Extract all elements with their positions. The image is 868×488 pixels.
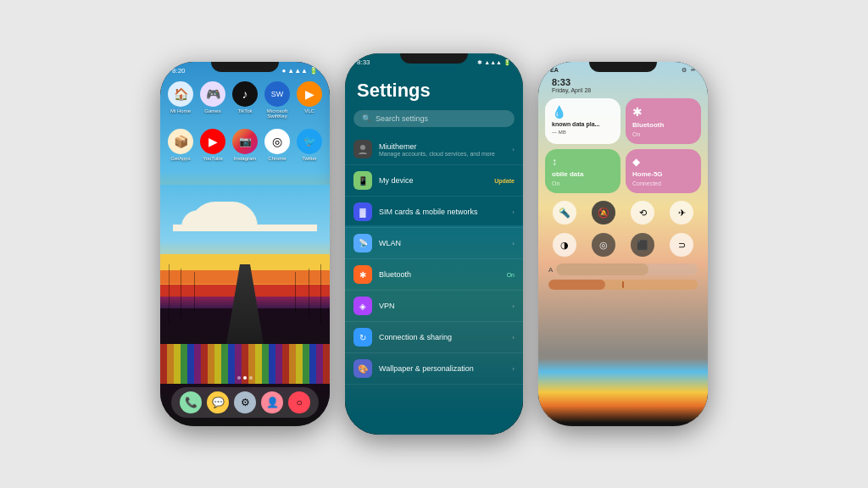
app-getapps[interactable]: 📦 GetApps <box>167 129 194 161</box>
app-youtube[interactable]: ▶ YouTube <box>199 129 226 161</box>
arrow-icon-vpn: › <box>512 302 515 310</box>
dock: 📞 💬 ⚙ 👤 ○ <box>171 387 319 418</box>
settings-item-sim[interactable]: ▓ SIM cards & mobile networks › <box>345 197 523 228</box>
cc-small-row1: 🔦 🔕 ⟲ ✈ <box>545 197 701 229</box>
tile-wifi-title: Home-5G <box>632 170 694 178</box>
time-phone1: 8:20 <box>172 67 186 75</box>
focus-btn[interactable]: ⊃ <box>670 233 693 257</box>
settings-item-bluetooth[interactable]: ✱ Bluetooth On <box>345 259 523 291</box>
connection-info: Connection & sharing <box>379 333 505 341</box>
dock-messages[interactable]: 💬 <box>207 391 229 413</box>
location-btn[interactable]: ◎ <box>592 233 615 257</box>
app-vlc[interactable]: ▶ VLC <box>296 81 323 119</box>
phone-2: 8:33 ✱ ▲▲▲ 🔋 Settings 🔍 Search settings <box>345 53 523 435</box>
dock-appvault[interactable]: ○ <box>288 391 310 413</box>
app-swiftkey[interactable]: SW Microsoft SwiftKey <box>264 81 291 119</box>
page-dots <box>237 376 253 380</box>
brightness-icon: A <box>548 266 553 274</box>
settings-list: Miuithemer Manage accounts, cloud servic… <box>345 134 523 385</box>
settings-screen: 8:33 ✱ ▲▲▲ 🔋 Settings 🔍 Search settings <box>345 53 523 435</box>
cc-status-bar: EA ⚙ ✏ <box>545 62 701 75</box>
control-center: EA ⚙ ✏ 8:33 Friday, April 28 💧 <box>538 62 708 426</box>
search-bar[interactable]: 🔍 Search settings <box>353 110 515 127</box>
dock-community[interactable]: 👤 <box>261 391 283 413</box>
tile-mobiledata-sub: On <box>552 180 614 186</box>
cc-volume-area <box>545 278 701 291</box>
app-grid-row1: 🏠 Mi Home 🎮 Games ♪ TikTok SW Microsoft … <box>160 76 330 124</box>
brightness-auto-btn[interactable]: ◑ <box>553 233 576 257</box>
cc-tile-bluetooth[interactable]: ✱ Bluetooth On <box>626 98 701 144</box>
sim-info: SIM cards & mobile networks <box>379 208 505 216</box>
cc-date: Friday, April 28 <box>552 87 694 93</box>
status-icons-phone2: ✱ ▲▲▲ 🔋 <box>477 59 511 66</box>
airplane-btn[interactable]: ✈ <box>670 201 693 225</box>
cc-time-area: 8:33 Friday, April 28 <box>545 75 701 95</box>
app-instagram[interactable]: 📷 Instagram <box>231 129 259 161</box>
update-badge: Update <box>494 178 515 184</box>
tile-wifi-sub: Connected <box>632 180 694 186</box>
mydevice-info: My device <box>379 176 487 185</box>
brightness-slider[interactable] <box>556 263 698 275</box>
dot-3 <box>249 376 253 380</box>
cc-top-icons: ⚙ ✏ <box>682 67 696 74</box>
cc-tile-grid: 💧 known data pla... — MB ✱ Bluetooth On … <box>545 95 701 197</box>
arrow-icon-sim: › <box>512 208 515 216</box>
arrow-icon-wlan: › <box>512 240 515 247</box>
time-phone2: 8:33 <box>357 58 370 66</box>
phone-1: 8:20 ● ▲▲▲ 🔋 🏠 Mi Home 🎮 Games ♪ <box>160 62 330 426</box>
app-twitter[interactable]: 🐦 Twitter <box>296 129 323 161</box>
settings-item-connection[interactable]: ↻ Connection & sharing › <box>345 322 523 353</box>
app-mihome[interactable]: 🏠 Mi Home <box>167 81 194 119</box>
search-placeholder: Search settings <box>376 114 428 123</box>
tile-dataplan-title: known data pla... <box>552 121 614 127</box>
settings-item-mydevice[interactable]: 📱 My device Update <box>345 165 523 197</box>
cc-tile-wifi[interactable]: ◆ Home-5G Connected <box>626 149 701 193</box>
status-bar-phone2: 8:33 ✱ ▲▲▲ 🔋 <box>345 53 523 68</box>
settings-item-miuithemer[interactable]: Miuithemer Manage accounts, cloud servic… <box>345 134 523 165</box>
mute-btn[interactable]: 🔕 <box>592 201 615 225</box>
settings-item-vpn[interactable]: ◈ VPN › <box>345 291 523 322</box>
dot-2 <box>243 376 247 380</box>
rotate-btn[interactable]: ⟲ <box>631 201 654 225</box>
arrow-icon-wall: › <box>512 365 515 373</box>
cc-tile-mobiledata[interactable]: ↕ obile data On <box>545 149 620 193</box>
dock-settings[interactable]: ⚙ <box>234 391 256 413</box>
dock-phone[interactable]: 📞 <box>180 391 202 413</box>
torch-btn[interactable]: 🔦 <box>553 201 576 225</box>
bluetooth-info: Bluetooth <box>379 270 500 279</box>
status-icons-phone1: ● ▲▲▲ 🔋 <box>281 67 318 75</box>
app-chrome[interactable]: ◎ Chrome <box>264 129 291 161</box>
app-tiktok[interactable]: ♪ TikTok <box>231 81 259 119</box>
settings-item-wlan[interactable]: 📡 WLAN › <box>345 228 523 259</box>
vpn-info: VPN <box>379 302 505 310</box>
wlan-info: WLAN <box>379 239 505 247</box>
arrow-icon: › <box>512 146 515 153</box>
phone-3: EA ⚙ ✏ 8:33 Friday, April 28 💧 <box>538 62 708 426</box>
cc-small-row2: ◑ ◎ ⬛ ⊃ <box>545 229 701 261</box>
cc-time: 8:33 <box>552 77 694 87</box>
tile-dataplan-sub: — MB <box>552 130 614 135</box>
wallpaper-info: Wallpaper & personalization <box>379 364 505 373</box>
cc-brightness-area: A <box>545 261 701 278</box>
settings-title: Settings <box>345 68 523 107</box>
search-icon: 🔍 <box>362 114 371 123</box>
svg-point-0 <box>360 145 365 150</box>
app-games[interactable]: 🎮 Games <box>199 81 226 119</box>
arrow-icon-conn: › <box>512 334 515 341</box>
bluetooth-status: On <box>507 272 515 278</box>
tile-bluetooth-title: Bluetooth <box>632 121 694 129</box>
app-grid-row2: 📦 GetApps ▶ YouTube 📷 Instagram ◎ Chrome… <box>160 124 330 166</box>
status-bar-phone1: 8:20 ● ▲▲▲ 🔋 <box>160 62 330 76</box>
tile-bluetooth-sub: On <box>632 131 694 137</box>
volume-slider[interactable] <box>548 280 698 290</box>
miuithemer-info: Miuithemer Manage accounts, cloud servic… <box>379 142 505 157</box>
cc-tile-dataplan[interactable]: 💧 known data pla... — MB <box>545 98 620 144</box>
tile-mobiledata-title: obile data <box>552 170 614 178</box>
settings-item-wallpaper[interactable]: 🎨 Wallpaper & personalization › <box>345 353 523 385</box>
cc-user: EA <box>550 67 559 74</box>
dot-1 <box>237 376 241 380</box>
screenrecord-btn[interactable]: ⬛ <box>631 233 654 257</box>
